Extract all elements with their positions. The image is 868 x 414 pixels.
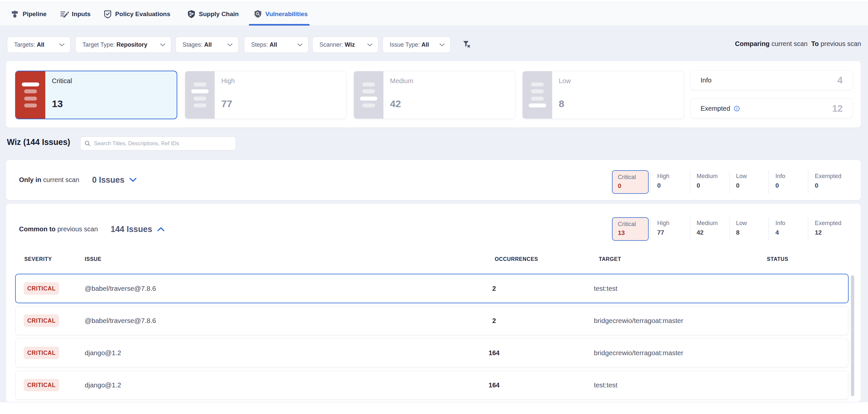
severity-level-bar	[531, 89, 544, 93]
exempted-card-count: 12	[832, 103, 843, 114]
count-value: 0	[618, 182, 648, 189]
severity-card-label: Critical	[52, 77, 72, 85]
group-issue-count: 0 Issues	[92, 175, 124, 185]
tab-policy-evaluations[interactable]: Policy Evaluations	[103, 3, 170, 25]
info-card-label: Info	[701, 77, 711, 84]
severity-card-medium[interactable]: Medium 42	[354, 71, 515, 119]
comparing-bold: Comparing	[735, 40, 770, 47]
filter-label: Issue Type:	[390, 41, 420, 48]
count-value: 12	[815, 229, 847, 236]
severity-badge: CRITICAL	[24, 315, 59, 327]
count-value: 13	[618, 229, 648, 237]
filter-label: Scanner:	[319, 41, 343, 48]
search-input[interactable]	[94, 140, 232, 147]
filter-steps[interactable]: Steps: All	[244, 36, 309, 53]
table-row[interactable]: CRITICAL @babel/traverse@7.8.6 2 test:te…	[16, 274, 848, 303]
critical-severity-icon	[16, 71, 45, 119]
vertical-divider	[729, 217, 730, 241]
severity-level-bar	[22, 83, 39, 86]
count-exempted[interactable]: Exempted 12	[815, 217, 847, 241]
count-high[interactable]: High 77	[657, 217, 690, 241]
group-header[interactable]: Common to previous scan 144 Issues	[19, 225, 165, 234]
search-box	[80, 136, 236, 150]
critical-count-box: Critical 13	[612, 217, 649, 241]
severity-level-bar	[194, 104, 207, 108]
supply-chain-icon	[187, 9, 196, 19]
medium-severity-icon	[354, 71, 383, 119]
group-header[interactable]: Only in current scan 0 Issues	[19, 175, 137, 185]
info-icon[interactable]	[734, 106, 740, 112]
count-medium[interactable]: Medium 42	[696, 217, 729, 241]
tab-supply-chain[interactable]: Supply Chain	[187, 3, 239, 25]
severity-card-high[interactable]: High 77	[185, 71, 346, 119]
tab-vulnerabilities[interactable]: Vulnerabilities	[253, 3, 308, 25]
inputs-icon	[60, 9, 69, 19]
exempted-card[interactable]: Exempted 12	[691, 99, 852, 118]
group-scope: current scan	[43, 176, 79, 183]
column-header-target: TARGET	[599, 256, 621, 262]
table-row[interactable]: CRITICAL @babel/traverse@7.8.6 2 bridgec…	[16, 306, 848, 335]
severity-summary-panel: Critical 13 High 77 Medium 42 Low 8 Info	[6, 61, 861, 127]
severity-count-strip: Critical 13 High 77 Medium 42 Low 8 Info	[612, 217, 847, 241]
tab-pipeline[interactable]: Pipeline	[11, 3, 46, 25]
vertical-divider	[729, 170, 730, 194]
count-medium[interactable]: Medium 0	[696, 170, 729, 194]
clear-filters-icon[interactable]	[462, 39, 471, 50]
filter-value: All	[204, 41, 212, 48]
group-scope: previous scan	[57, 226, 98, 233]
column-header-issue: ISSUE	[85, 256, 101, 262]
severity-badge: CRITICAL	[24, 347, 59, 359]
filter-stages[interactable]: Stages: All	[175, 36, 239, 53]
count-critical[interactable]: Critical 13	[612, 217, 650, 241]
main-content: Targets: All Target Type: Repository Sta…	[0, 26, 868, 402]
filter-targets[interactable]: Targets: All	[7, 36, 70, 53]
chevron-down-icon	[227, 43, 233, 47]
critical-count-box: Critical 0	[612, 170, 649, 194]
chevron-up-icon[interactable]	[157, 227, 165, 232]
severity-level-bar	[24, 89, 37, 93]
filter-value: Repository	[117, 41, 147, 48]
severity-card-count: 77	[221, 98, 232, 110]
count-info[interactable]: Info 0	[775, 170, 808, 194]
count-value: 0	[775, 182, 808, 189]
count-low[interactable]: Low 0	[736, 170, 769, 194]
severity-level-bar	[529, 104, 546, 108]
severity-card-count: 13	[52, 98, 63, 110]
comparing-text: current scan	[772, 40, 808, 47]
count-low[interactable]: Low 8	[736, 217, 769, 241]
filter-value: All	[37, 41, 44, 48]
count-info[interactable]: Info 4	[775, 217, 808, 241]
filter-issue-type[interactable]: Issue Type: All	[382, 36, 451, 53]
severity-card-low[interactable]: Low 8	[523, 71, 684, 119]
occurrences-cell: 2	[474, 285, 514, 292]
vertical-scrollbar[interactable]	[851, 275, 854, 396]
severity-card-count: 8	[559, 98, 564, 110]
active-tab-underline	[249, 24, 310, 26]
count-label: High	[657, 220, 690, 227]
severity-level-bar	[194, 97, 207, 100]
comparing-bold: To	[811, 40, 819, 47]
vulnerabilities-icon	[253, 9, 262, 19]
issue-cell: django@1.2	[85, 349, 121, 357]
low-severity-icon	[523, 71, 552, 119]
count-label: Low	[736, 220, 769, 227]
count-high[interactable]: High 0	[657, 170, 690, 194]
filter-label: Steps:	[251, 41, 268, 48]
chevron-down-icon[interactable]	[129, 177, 137, 182]
vertical-divider	[650, 170, 651, 194]
info-card[interactable]: Info 4	[691, 71, 852, 90]
count-exempted[interactable]: Exempted 0	[815, 170, 847, 194]
filter-scanner[interactable]: Scanner: Wiz	[312, 36, 378, 53]
severity-card-critical[interactable]: Critical 13	[16, 71, 177, 119]
table-row[interactable]: CRITICAL django@1.2 164 test:test	[16, 371, 848, 399]
count-label: Critical	[618, 174, 648, 181]
severity-level-bar	[360, 97, 377, 100]
tab-label: Pipeline	[23, 10, 46, 18]
vertical-divider	[690, 217, 690, 241]
count-critical[interactable]: Critical 0	[612, 170, 650, 194]
tab-inputs[interactable]: Inputs	[60, 3, 91, 25]
table-row[interactable]: CRITICAL django@1.2 164 bridgecrewio/ter…	[16, 339, 848, 367]
severity-level-bar	[363, 89, 375, 93]
severity-count-strip: Critical 0 High 0 Medium 0 Low 0 Info	[612, 170, 847, 194]
filter-target-type[interactable]: Target Type: Repository	[75, 36, 172, 53]
